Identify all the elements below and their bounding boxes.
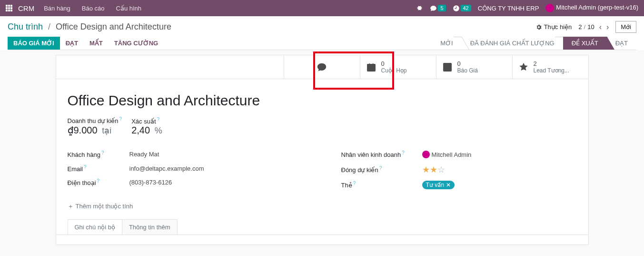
form-sheet: 0Cuộc Họp 0Báo Giá 2Lead Tương... Office… xyxy=(56,55,589,245)
breadcrumb-current: Office Design and Architecture xyxy=(56,22,171,31)
pager: 2 / 10 ‹ › xyxy=(578,23,609,31)
avatar-icon xyxy=(545,4,554,12)
help-icon[interactable]: ? xyxy=(353,181,356,186)
percent-label: % xyxy=(155,126,162,135)
email-value[interactable]: info@deltapc.example.com xyxy=(129,165,204,172)
email-label: Email? xyxy=(68,164,129,173)
breadcrumb-root[interactable]: Chu trình xyxy=(8,22,43,31)
phone-value[interactable]: (803)-873-6126 xyxy=(129,179,172,186)
control-bar: Chu trình / Office Design and Architectu… xyxy=(0,16,644,50)
help-icon[interactable]: ? xyxy=(84,164,87,170)
bug-icon[interactable] xyxy=(416,5,423,12)
pager-prev[interactable]: ‹ xyxy=(599,23,602,31)
tags-label: Thẻ? xyxy=(341,181,422,189)
customer-label: Khách hàng? xyxy=(68,150,129,158)
top-navbar: CRM Bán hàng Báo cáo Cấu hình 5 42 CÔNG … xyxy=(0,0,644,16)
help-icon[interactable]: ? xyxy=(157,117,160,122)
stat-meeting-count: 0 xyxy=(381,60,407,67)
at-label: tại xyxy=(102,126,111,135)
help-icon[interactable]: ? xyxy=(119,116,122,122)
activities-icon[interactable]: 42 xyxy=(453,5,471,12)
revenue-label: Doanh thu dự kiến? xyxy=(68,116,122,124)
user-name: Mitchell Admin (gerp-test-v16) xyxy=(556,4,638,11)
gear-icon xyxy=(535,24,542,31)
cog-label: Thực hiện xyxy=(544,23,572,31)
stage-won[interactable]: ĐẠT xyxy=(607,37,636,50)
star-icon[interactable]: ☆ xyxy=(437,165,445,174)
help-icon[interactable]: ? xyxy=(379,165,382,171)
phone-label: Điện thoại? xyxy=(68,178,129,186)
cog-menu[interactable]: Thực hiện xyxy=(535,23,572,31)
salesperson-value[interactable]: Mitchell Admin xyxy=(422,151,472,158)
expected-close-label: Đóng dự kiến? xyxy=(341,165,422,174)
won-button[interactable]: ĐẠT xyxy=(60,37,84,50)
user-menu[interactable]: Mitchell Admin (gerp-test-v16) xyxy=(545,4,638,12)
stage-new[interactable]: MỚI xyxy=(432,37,461,50)
stat-quote[interactable]: 0Báo Giá xyxy=(436,55,512,79)
notebook-tabs: Ghi chú nội bộ Thông tin thêm xyxy=(56,214,588,235)
messages-count: 5 xyxy=(438,5,446,11)
tags-value[interactable]: Tư vấn✕ xyxy=(422,181,455,188)
calendar-icon xyxy=(366,62,376,72)
stat-lead-count: 2 xyxy=(534,60,570,67)
add-property-button[interactable]: ＋Thêm một thuộc tính xyxy=(56,199,588,214)
star-icon xyxy=(518,62,529,72)
tag-remove-icon[interactable]: ✕ xyxy=(446,182,451,188)
svg-rect-0 xyxy=(367,64,375,71)
stage-qualified[interactable]: ĐÃ ĐÁNH GIÁ CHẤT LƯỢNG xyxy=(462,37,563,50)
stat-meeting[interactable]: 0Cuộc Họp xyxy=(360,55,436,79)
revenue-value[interactable]: ₫9.000 xyxy=(68,125,98,135)
priority-stars[interactable]: ★★☆ xyxy=(422,164,445,175)
help-icon[interactable]: ? xyxy=(97,178,100,184)
stat-quote-count: 0 xyxy=(457,60,478,67)
stat-buttons: 0Cuộc Họp 0Báo Giá 2Lead Tương... xyxy=(56,55,588,79)
stage-bar: MỚI ĐÃ ĐÁNH GIÁ CHẤT LƯỢNG ĐỀ XUẤT ĐẠT xyxy=(432,37,636,50)
stat-lead-label: Lead Tương... xyxy=(534,67,570,74)
plus-icon: ＋ xyxy=(68,202,74,211)
star-icon[interactable]: ★ xyxy=(422,165,430,174)
pager-sep: / xyxy=(584,23,586,31)
messages-icon[interactable]: 5 xyxy=(430,5,446,12)
lost-button[interactable]: MẤT xyxy=(84,37,109,50)
customer-value[interactable]: Ready Mat xyxy=(129,151,159,158)
stat-meeting-label: Cuộc Họp xyxy=(381,67,407,74)
stat-lead[interactable]: 2Lead Tương... xyxy=(512,55,588,79)
tab-extra-info[interactable]: Thông tin thêm xyxy=(122,219,178,235)
stage-proposition[interactable]: ĐỀ XUẤT xyxy=(563,37,607,50)
new-button[interactable]: Mới xyxy=(615,21,636,33)
stat-sms[interactable] xyxy=(284,55,360,79)
apps-icon[interactable] xyxy=(6,5,12,11)
help-icon[interactable]: ? xyxy=(101,150,104,155)
tag-chip[interactable]: Tư vấn✕ xyxy=(422,181,455,189)
activities-count: 42 xyxy=(461,5,471,11)
edit-icon xyxy=(442,62,453,72)
nav-config[interactable]: Cấu hình xyxy=(116,5,142,12)
stat-quote-label: Báo Giá xyxy=(457,67,478,74)
breadcrumb-sep: / xyxy=(48,22,50,31)
new-quote-button[interactable]: BÁO GIÁ MỚI xyxy=(8,37,60,50)
nav-sales[interactable]: Bán hàng xyxy=(44,5,70,12)
avatar-icon xyxy=(422,151,430,158)
salesperson-label: Nhân viên kinh doanh? xyxy=(341,150,422,158)
boost-button[interactable]: TĂNG CƯỜNG xyxy=(109,37,164,50)
pager-pos: 2 xyxy=(578,23,582,31)
app-brand[interactable]: CRM xyxy=(18,4,34,12)
speech-icon xyxy=(317,62,327,72)
probability-label: Xác suất? xyxy=(131,117,165,125)
breadcrumb: Chu trình / Office Design and Architectu… xyxy=(8,22,171,32)
probability-value[interactable]: 2,40 xyxy=(131,125,150,135)
record-title[interactable]: Office Design and Architecture xyxy=(56,79,588,112)
company-switcher[interactable]: CÔNG TY TNHH ERP xyxy=(478,5,539,12)
help-icon[interactable]: ? xyxy=(402,150,405,155)
star-icon[interactable]: ★ xyxy=(430,165,437,174)
pager-total: 10 xyxy=(587,23,594,31)
tab-internal-notes[interactable]: Ghi chú nội bộ xyxy=(68,219,122,235)
pager-next[interactable]: › xyxy=(606,23,609,31)
nav-reports[interactable]: Báo cáo xyxy=(82,5,105,12)
